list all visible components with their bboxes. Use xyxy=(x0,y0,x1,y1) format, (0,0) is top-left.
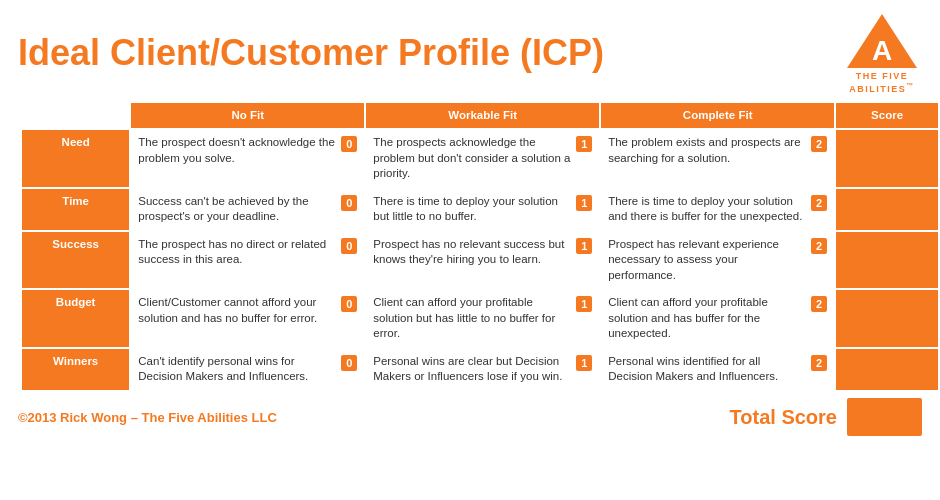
cell-complete-0: The problem exists and prospects are sea… xyxy=(600,129,835,188)
table-row: SuccessThe prospect has no direct or rel… xyxy=(21,231,939,290)
cell-score-2[interactable] xyxy=(835,231,939,290)
logo-line2: ABILITIES™ xyxy=(849,82,915,95)
col-header-workable: Workable Fit xyxy=(365,102,600,130)
row-label-need: Need xyxy=(21,129,130,188)
row-label-budget: Budget xyxy=(21,289,130,348)
row-label-time: Time xyxy=(21,188,130,231)
table-wrapper: No Fit Workable Fit Complete Fit Score N… xyxy=(0,101,940,392)
cell-nofit-1: Success can't be achieved by the prospec… xyxy=(130,188,365,231)
page-title: Ideal Client/Customer Profile (ICP) xyxy=(18,33,604,73)
cell-nofit-0: The prospect doesn't acknowledge the pro… xyxy=(130,129,365,188)
col-header-complete: Complete Fit xyxy=(600,102,835,130)
cell-nofit-4: Can't identify personal wins for Decisio… xyxy=(130,348,365,391)
svg-text:A: A xyxy=(872,35,892,66)
cell-nofit-3: Client/Customer cannot afford your solut… xyxy=(130,289,365,348)
page: Ideal Client/Customer Profile (ICP) A TH… xyxy=(0,0,940,500)
cell-score-3[interactable] xyxy=(835,289,939,348)
row-label-winners: Winners xyxy=(21,348,130,391)
row-label-success: Success xyxy=(21,231,130,290)
cell-complete-1: There is time to deploy your solution an… xyxy=(600,188,835,231)
cell-workable-0: The prospects acknowledge the problem bu… xyxy=(365,129,600,188)
table-row: TimeSuccess can't be achieved by the pro… xyxy=(21,188,939,231)
logo-icon: A xyxy=(842,10,922,72)
logo-line1: THE FIVE xyxy=(849,72,915,82)
copyright: ©2013 Rick Wong – The Five Abilities LLC xyxy=(18,410,277,425)
cell-score-1[interactable] xyxy=(835,188,939,231)
cell-score-4[interactable] xyxy=(835,348,939,391)
table-row: WinnersCan't identify personal wins for … xyxy=(21,348,939,391)
footer: ©2013 Rick Wong – The Five Abilities LLC… xyxy=(0,392,940,436)
icp-table: No Fit Workable Fit Complete Fit Score N… xyxy=(20,101,940,392)
cell-complete-2: Prospect has relevant experience necessa… xyxy=(600,231,835,290)
cell-complete-3: Client can afford your profitable soluti… xyxy=(600,289,835,348)
cell-nofit-2: The prospect has no direct or related su… xyxy=(130,231,365,290)
col-header-nofit: No Fit xyxy=(130,102,365,130)
cell-workable-1: There is time to deploy your solution bu… xyxy=(365,188,600,231)
table-row: BudgetClient/Customer cannot afford your… xyxy=(21,289,939,348)
col-header-score: Score xyxy=(835,102,939,130)
cell-workable-4: Personal wins are clear but Decision Mak… xyxy=(365,348,600,391)
total-score-box[interactable] xyxy=(847,398,922,436)
logo: A THE FIVE ABILITIES™ xyxy=(842,10,922,95)
cell-complete-4: Personal wins identified for all Decisio… xyxy=(600,348,835,391)
cell-workable-2: Prospect has no relevant success but kno… xyxy=(365,231,600,290)
total-score-area: Total Score xyxy=(730,398,922,436)
header: Ideal Client/Customer Profile (ICP) A TH… xyxy=(0,0,940,101)
cell-workable-3: Client can afford your profitable soluti… xyxy=(365,289,600,348)
total-score-label: Total Score xyxy=(730,406,837,429)
cell-score-0[interactable] xyxy=(835,129,939,188)
table-row: NeedThe prospect doesn't acknowledge the… xyxy=(21,129,939,188)
